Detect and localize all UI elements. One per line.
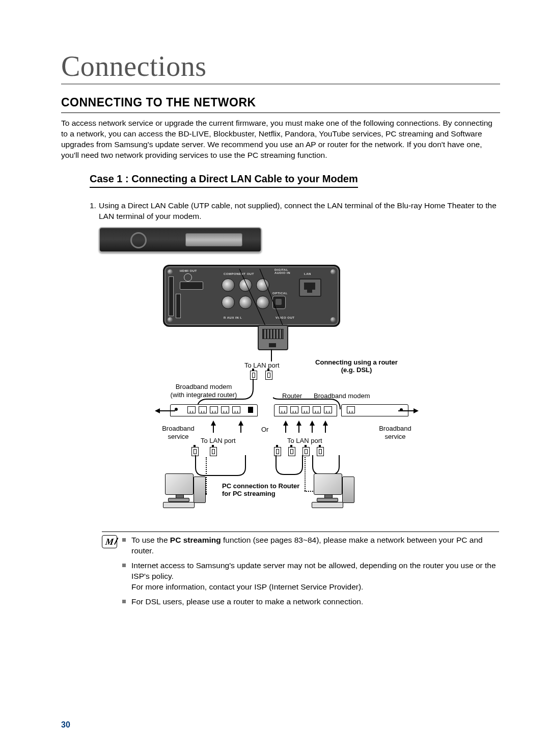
label-broadband-modem: Broadband modem <box>314 392 370 400</box>
hdmi-port-icon <box>180 282 203 290</box>
label-to-lan-port-right: To LAN port <box>287 437 322 444</box>
modem-integrated-icon <box>170 404 258 416</box>
pc-icon <box>312 473 355 507</box>
label-pc-connection: PC connection to Router for PC streaming <box>222 483 309 498</box>
label-or: Or <box>261 426 268 433</box>
arrow-right-icon <box>414 408 419 413</box>
callout-lines-icon <box>285 275 351 334</box>
arrow-up-icon <box>211 421 216 426</box>
arrow-up-icon <box>310 421 315 426</box>
note-block: M To use the PC streaming function (see … <box>102 535 500 611</box>
label-broadband-service-right: Broadband service <box>375 425 416 440</box>
page-number: 30 <box>61 720 70 730</box>
arrow-up-icon <box>238 421 243 426</box>
arrow-up-icon <box>283 421 288 426</box>
note-item-3: For DSL users, please use a router to ma… <box>122 597 500 607</box>
arrow-left-icon <box>155 408 160 413</box>
router-icon <box>274 404 337 416</box>
svg-line-1 <box>260 269 284 329</box>
lan-port-closeup-icon <box>258 325 288 350</box>
step-1-number: 1. <box>90 201 99 211</box>
step-1: 1.Using a Direct LAN Cable (UTP cable, n… <box>90 201 500 222</box>
note-item-2: Internet access to Samsung's update serv… <box>122 561 500 593</box>
label-broadband-service-left: Broadband service <box>158 425 199 440</box>
section-heading: CONNECTING TO THE NETWORK <box>61 96 500 113</box>
label-to-lan-port-top: To LAN port <box>244 361 280 369</box>
pc-icon <box>163 473 207 507</box>
step-1-text: Using a Direct LAN Cable (UTP cable, not… <box>99 201 497 220</box>
arrow-up-icon <box>296 421 301 426</box>
note-item-1: To use the PC streaming function (see pa… <box>122 535 500 556</box>
label-to-lan-port-left: To LAN port <box>201 437 236 444</box>
label-hdmi-out: HDMI OUT <box>180 269 197 272</box>
arrow-up-icon <box>323 421 328 426</box>
label-connecting-using-router: Connecting using a router (e.g. DSL) <box>306 358 407 374</box>
bluray-front-icon <box>99 227 262 253</box>
connection-diagram: HDMI OUT COMPONENT OUT DIGITAL AUDIO IN … <box>102 231 448 506</box>
page-title: Connections <box>61 50 500 85</box>
label-broadband-modem-integrated: Broadband modem (with integrated router) <box>163 383 244 399</box>
label-router: Router <box>282 392 302 400</box>
svg-line-0 <box>239 269 267 329</box>
cable-icon <box>271 349 272 361</box>
note-icon: M <box>102 535 117 548</box>
intro-paragraph: To access network service or upgrade the… <box>61 118 500 161</box>
case-heading: Case 1 : Connecting a Direct LAN Cable t… <box>90 172 358 188</box>
note-divider <box>102 531 499 532</box>
